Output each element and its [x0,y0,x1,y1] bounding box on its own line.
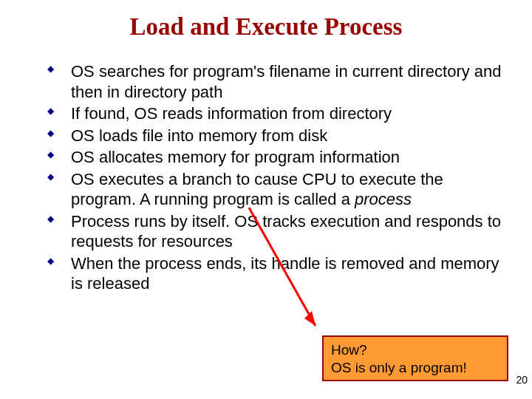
list-item: Process runs by itself. OS tracks execut… [44,211,510,252]
bullet-text: OS searches for program's filename in cu… [71,62,502,101]
callout-box: How? OS is only a program! [322,335,508,381]
list-item: If found, OS reads information from dire… [44,103,510,124]
svg-marker-1 [304,311,316,326]
bullet-text: OS allocates memory for program informat… [71,148,400,166]
page-number: 20 [516,374,528,386]
bullet-text: Process runs by itself. OS tracks execut… [71,212,501,251]
slide-title: Load and Execute Process [22,13,510,41]
bullet-list: OS searches for program's filename in cu… [22,61,510,294]
list-item: When the process ends, its handle is rem… [44,253,510,294]
list-item: OS searches for program's filename in cu… [44,61,510,102]
list-item: OS executes a branch to cause CPU to exe… [44,169,510,210]
slide: Load and Execute Process OS searches for… [0,0,532,399]
list-item: OS allocates memory for program informat… [44,147,510,168]
bullet-text-italic: process [355,190,412,208]
bullet-text: OS loads file into memory from disk [71,126,327,145]
bullet-text: When the process ends, its handle is rem… [71,254,499,293]
list-item: OS loads file into memory from disk [44,126,510,146]
callout-line1: How? [331,341,499,359]
callout-line2: OS is only a program! [331,359,499,377]
bullet-text: If found, OS reads information from dire… [71,104,392,123]
